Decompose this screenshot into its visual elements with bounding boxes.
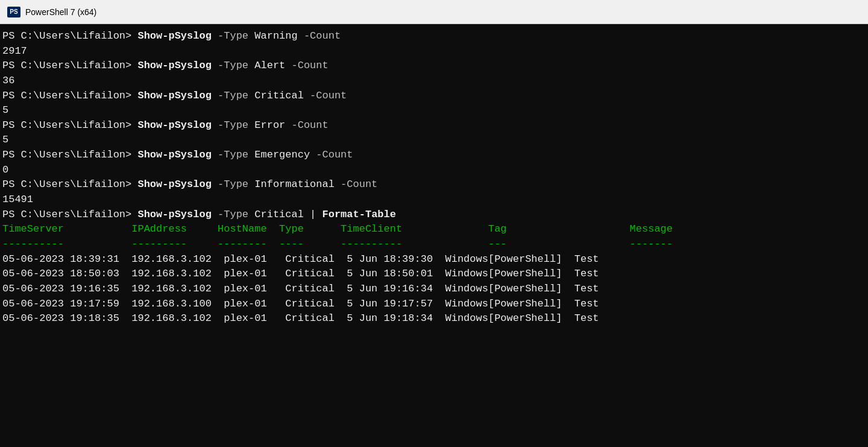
output-line: 5 — [2, 103, 866, 118]
command-line: PS C:\Users\Lifailon> Show-pSyslog -Type… — [2, 177, 866, 192]
command-line: PS C:\Users\Lifailon> Show-pSyslog -Type… — [2, 148, 866, 163]
command-line: PS C:\Users\Lifailon> Show-pSyslog -Type… — [2, 29, 866, 44]
command-line: PS C:\Users\Lifailon> Show-pSyslog -Type… — [2, 59, 866, 74]
table-separator-line: ---------- --------- -------- ---- -----… — [2, 237, 866, 252]
command-line: PS C:\Users\Lifailon> Show-pSyslog -Type… — [2, 89, 866, 104]
table-row: 05-06-2023 19:18:35 192.168.3.102 plex-0… — [2, 311, 866, 326]
output-line: 36 — [2, 74, 866, 89]
output-line: 5 — [2, 133, 866, 148]
table-row: 05-06-2023 19:16:35 192.168.3.102 plex-0… — [2, 282, 866, 297]
output-line: 2917 — [2, 44, 866, 59]
table-row: 05-06-2023 18:50:03 192.168.3.102 plex-0… — [2, 267, 866, 282]
table-row: 05-06-2023 18:39:31 192.168.3.102 plex-0… — [2, 252, 866, 267]
output-line: 0 — [2, 163, 866, 178]
app-icon: PS — [7, 7, 20, 17]
output-line: 15491 — [2, 192, 866, 208]
window-title: PowerShell 7 (x64) — [25, 7, 96, 17]
table-row: 05-06-2023 19:17:59 192.168.3.100 plex-0… — [2, 297, 866, 312]
title-bar: PS PowerShell 7 (x64) — [0, 0, 868, 24]
command-line: PS C:\Users\Lifailon> Show-pSyslog -Type… — [2, 208, 866, 223]
command-line: PS C:\Users\Lifailon> Show-pSyslog -Type… — [2, 118, 866, 133]
terminal[interactable]: PS C:\Users\Lifailon> Show-pSyslog -Type… — [0, 24, 868, 447]
table-header-line: TimeServer IPAddress HostName Type TimeC… — [2, 222, 866, 237]
